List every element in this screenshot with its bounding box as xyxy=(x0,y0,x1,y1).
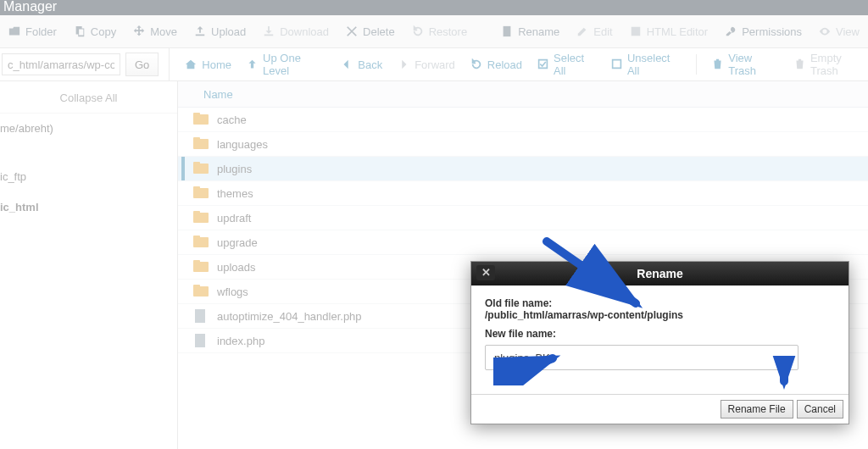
dialog-title: ✕ Rename xyxy=(471,262,849,285)
new-file-label: New file name: xyxy=(485,328,556,340)
rename-file-button[interactable]: Rename File xyxy=(721,400,793,419)
rename-dialog: ✕ Rename Old file name: /public_html/ama… xyxy=(470,261,849,424)
dialog-buttons: Rename File Cancel xyxy=(471,394,849,424)
cancel-button[interactable]: Cancel xyxy=(797,400,843,419)
dialog-close-button[interactable]: ✕ xyxy=(476,265,495,280)
